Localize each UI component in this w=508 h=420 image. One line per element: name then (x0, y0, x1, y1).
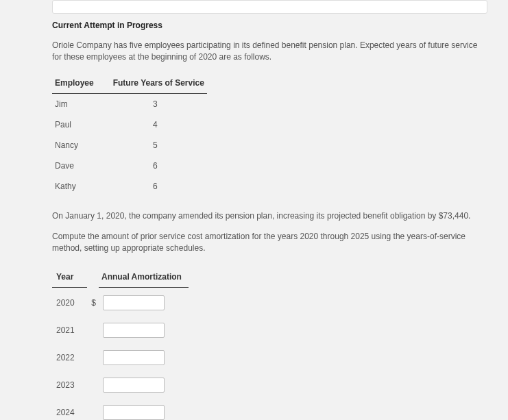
table-row: 2024 (52, 400, 189, 420)
amort-col-header: Annual Amortization (99, 267, 189, 288)
table-row: Paul4 (52, 114, 207, 135)
years-value: 3 (110, 93, 207, 114)
employee-name: Nancy (52, 135, 110, 156)
table-row: Dave6 (52, 156, 207, 176)
years-value: 6 (110, 176, 207, 197)
year-value: 2021 (52, 318, 87, 343)
currency-symbol (87, 345, 99, 370)
amortization-input[interactable] (103, 350, 165, 365)
currency-symbol (87, 400, 99, 420)
amortization-input[interactable] (103, 323, 165, 338)
table-row: 2020$ (52, 291, 189, 315)
year-value: 2020 (52, 291, 87, 315)
currency-symbol (87, 373, 99, 397)
amortization-table: Year Annual Amortization 2020$2021202220… (52, 264, 189, 420)
employee-name: Dave (52, 156, 110, 176)
table-row: 2023 (52, 373, 189, 397)
table-row: Jim3 (52, 93, 207, 114)
amortization-input[interactable] (103, 378, 165, 393)
currency-symbol: $ (87, 291, 99, 315)
years-value: 6 (110, 156, 207, 176)
currency-symbol (87, 318, 99, 343)
amortization-input[interactable] (103, 295, 165, 310)
year-col-header: Year (52, 267, 87, 288)
attempt-heading: Current Attempt in Progress (52, 21, 487, 30)
employee-table: Employee Future Years of Service Jim3Pau… (52, 73, 207, 197)
table-row: Kathy6 (52, 176, 207, 197)
years-value: 5 (110, 135, 207, 156)
employee-name: Kathy (52, 176, 110, 197)
amortization-input[interactable] (103, 405, 165, 420)
instruction-text: Compute the amount of prior service cost… (52, 231, 487, 254)
year-value: 2022 (52, 345, 87, 370)
table-row: 2021 (52, 318, 189, 343)
employee-name: Paul (52, 114, 110, 135)
year-value: 2023 (52, 373, 87, 397)
years-value: 4 (110, 114, 207, 135)
table-row: Nancy5 (52, 135, 207, 156)
amendment-text: On January 1, 2020, the company amended … (52, 210, 487, 222)
table-row: 2022 (52, 345, 189, 370)
years-col-header: Future Years of Service (110, 73, 207, 94)
year-value: 2024 (52, 400, 87, 420)
employee-name: Jim (52, 93, 110, 114)
previous-card-edge (52, 0, 487, 14)
emp-col-header: Employee (52, 73, 110, 94)
problem-intro: Oriole Company has five employees partic… (52, 40, 487, 63)
